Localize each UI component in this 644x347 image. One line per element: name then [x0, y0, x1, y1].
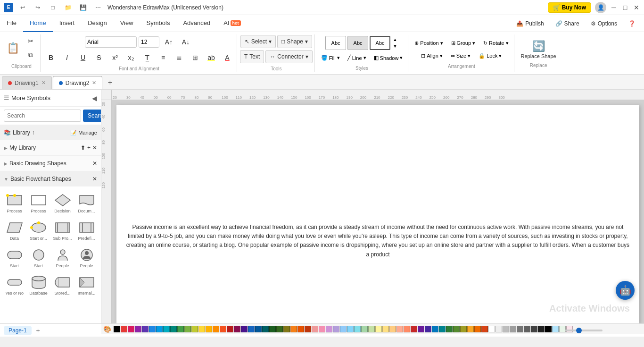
color-swatch[interactable] — [368, 326, 375, 332]
color-swatch[interactable] — [184, 326, 191, 332]
tab-close-1[interactable]: ✕ — [41, 80, 46, 86]
my-library-header[interactable]: ▶ My Library ⬆ + ✕ — [0, 140, 101, 155]
color-swatch[interactable] — [375, 326, 382, 332]
color-swatch[interactable] — [177, 326, 184, 332]
page-tab[interactable]: Page-1 — [4, 326, 32, 335]
manage-btn[interactable]: 📝 Manage — [70, 130, 97, 136]
shape-process-2[interactable]: Process — [27, 189, 50, 216]
color-swatch[interactable] — [255, 326, 262, 332]
shape-process-1[interactable]: Process — [3, 189, 26, 216]
line-spacing-btn[interactable]: ≡ — [156, 51, 171, 64]
panel-collapse-btn[interactable]: ◀ — [92, 94, 97, 102]
my-library-close-icon[interactable]: ✕ — [92, 144, 97, 151]
style-sample-1[interactable]: Abc — [325, 36, 346, 50]
text-transform-btn[interactable]: T̲ — [140, 51, 155, 64]
fill-btn[interactable]: 🪣 Fill▾ — [318, 52, 343, 64]
color-swatch[interactable] — [503, 326, 509, 332]
menu-design[interactable]: Design — [81, 15, 113, 32]
style-sample-2[interactable]: Abc — [347, 36, 368, 50]
color-swatch[interactable] — [524, 326, 530, 332]
search-button[interactable]: Search — [83, 110, 101, 122]
shape-people-2[interactable]: People — [75, 244, 98, 271]
color-swatch[interactable] — [474, 326, 481, 332]
color-swatch[interactable] — [389, 326, 396, 332]
font-decrease-btn[interactable]: A↓ — [178, 35, 193, 49]
font-increase-btn[interactable]: A↑ — [161, 35, 176, 49]
color-swatch[interactable] — [191, 326, 198, 332]
color-swatch[interactable] — [510, 326, 516, 332]
menu-file[interactable]: File — [0, 15, 23, 32]
color-swatch[interactable] — [312, 326, 318, 332]
color-swatch[interactable] — [404, 326, 410, 332]
color-swatch[interactable] — [319, 326, 325, 332]
color-swatch[interactable] — [545, 326, 552, 332]
color-swatch[interactable] — [276, 326, 283, 332]
style-sample-3[interactable]: Abc — [370, 36, 390, 50]
subscript-button[interactable]: x₂ — [124, 51, 139, 64]
connector-button[interactable]: ↔ Connector ▾ — [265, 50, 312, 63]
color-swatch[interactable] — [163, 326, 170, 332]
color-swatch[interactable] — [326, 326, 332, 332]
color-swatch[interactable] — [142, 326, 149, 332]
color-swatch[interactable] — [297, 326, 304, 332]
more-btn[interactable]: ⋯ — [91, 2, 105, 13]
color-swatch[interactable] — [283, 326, 290, 332]
shape-start-oval[interactable]: Start or... — [27, 217, 50, 243]
color-swatch[interactable] — [439, 326, 446, 332]
styles-down-btn[interactable]: ▼ — [392, 43, 398, 49]
superscript-button[interactable]: x² — [107, 51, 123, 64]
save-btn[interactable]: 💾 — [76, 2, 90, 13]
shape-document[interactable]: Docum... — [75, 189, 98, 216]
color-swatch[interactable] — [425, 326, 431, 332]
close-btn[interactable]: ✕ — [633, 4, 640, 11]
search-input[interactable] — [4, 110, 81, 122]
color-swatch[interactable] — [269, 326, 276, 332]
zoom-slider[interactable] — [565, 330, 603, 331]
color-swatch[interactable] — [495, 326, 502, 332]
color-swatch[interactable] — [198, 326, 205, 332]
tab-close-2[interactable]: ✕ — [92, 80, 96, 86]
copy-button[interactable]: ⧉ — [23, 49, 38, 62]
color-swatch[interactable] — [220, 326, 226, 332]
color-swatch[interactable] — [418, 326, 424, 332]
add-page-button[interactable]: + — [33, 326, 43, 335]
italic-button[interactable]: I — [59, 51, 74, 64]
canvas-content[interactable]: Passive income is an excellent way to ac… — [112, 100, 644, 323]
styles-up-btn[interactable]: ▲ — [392, 37, 398, 42]
paste-button[interactable]: 📋 — [5, 41, 21, 55]
color-swatch[interactable] — [538, 326, 545, 332]
shape-start-circle[interactable]: Start — [27, 244, 50, 271]
add-tab-button[interactable]: + — [103, 76, 116, 89]
flowchart-header[interactable]: ▼ Basic Flowchart Shapes ✕ — [0, 171, 101, 186]
maximize-btn[interactable]: □ — [621, 4, 629, 11]
shape-start-rounded[interactable]: Start — [3, 244, 26, 271]
replace-shape-button[interactable]: 🔄 Replace Shape — [517, 38, 560, 61]
shape-button[interactable]: □ Shape ▾ — [277, 35, 312, 48]
menu-symbols[interactable]: Symbols — [140, 15, 177, 32]
open-btn[interactable]: 📁 — [61, 2, 74, 13]
shape-database[interactable]: Database — [27, 271, 50, 298]
minimize-btn[interactable]: ─ — [610, 4, 618, 11]
position-btn[interactable]: ⊕ Position▾ — [411, 37, 446, 49]
color-swatch[interactable] — [411, 326, 417, 332]
color-swatch[interactable] — [213, 326, 219, 332]
size-btn[interactable]: ⇔ Size▾ — [447, 50, 474, 61]
library-header[interactable]: 📚 Library ↑ 📝 Manage — [0, 125, 101, 140]
font-size-input[interactable] — [139, 36, 159, 48]
color-swatch[interactable] — [354, 326, 361, 332]
shape-predefined[interactable]: Predefi... — [75, 217, 98, 243]
publish-btn[interactable]: 📤 Publish — [512, 18, 548, 29]
color-swatch[interactable] — [396, 326, 403, 332]
color-swatch[interactable] — [248, 326, 255, 332]
shape-stored[interactable]: Stored... — [51, 271, 74, 298]
menu-view[interactable]: View — [114, 15, 140, 32]
rotate-btn[interactable]: ↻ Rotate▾ — [480, 37, 512, 49]
shape-decision[interactable]: Decision — [51, 189, 74, 216]
color-swatch[interactable] — [305, 326, 311, 332]
color-swatch[interactable] — [227, 326, 233, 332]
color-swatch[interactable] — [149, 326, 156, 332]
font-color-btn[interactable]: A — [220, 51, 235, 64]
my-library-add-icon[interactable]: + — [87, 144, 91, 151]
share-btn[interactable]: 🔗 Share — [551, 18, 584, 29]
color-swatch[interactable] — [453, 326, 460, 332]
